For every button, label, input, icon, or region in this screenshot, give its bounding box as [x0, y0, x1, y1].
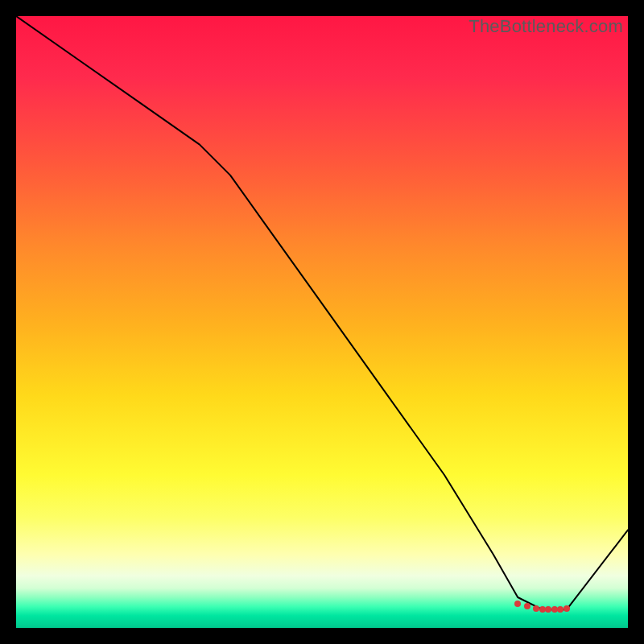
optimal-dot [564, 605, 570, 612]
curve-svg [16, 16, 628, 628]
chart-frame: TheBottleneck.com [0, 0, 644, 644]
chart-plot-area: TheBottleneck.com [16, 16, 628, 628]
bottleneck-curve [16, 16, 628, 609]
optimal-dot [524, 603, 530, 609]
optimal-dot [514, 601, 521, 607]
